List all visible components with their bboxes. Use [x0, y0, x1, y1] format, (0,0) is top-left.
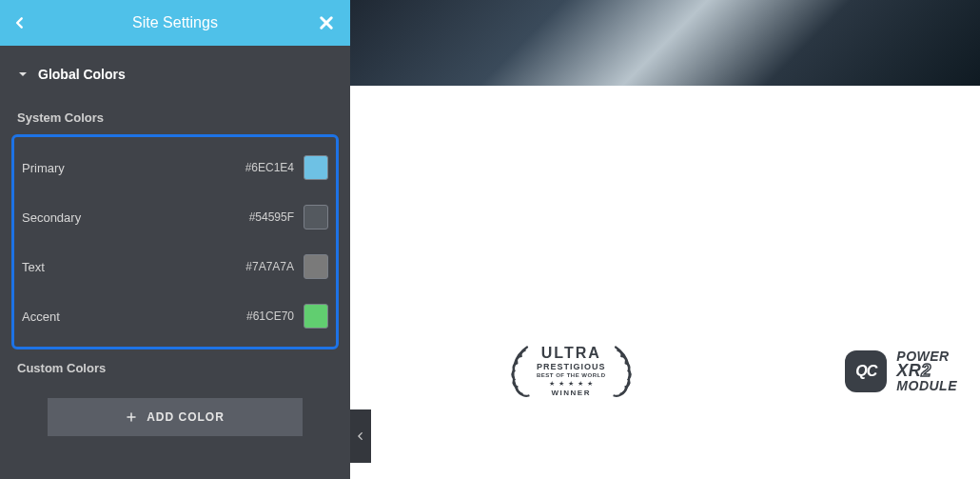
settings-sidebar: Site Settings Global Colors System Color…: [0, 0, 350, 479]
color-hex: #7A7A7A: [245, 260, 294, 273]
add-color-label: ADD COLOR: [147, 410, 225, 424]
color-name: Secondary: [22, 210, 81, 225]
plus-icon: [126, 411, 137, 423]
laurel-left-icon: [502, 343, 535, 400]
svg-marker-2: [19, 72, 27, 76]
badge1-line3: BEST OF THE WORLD: [537, 372, 606, 378]
add-color-button[interactable]: ADD COLOR: [48, 398, 303, 436]
badge1-stars: ★ ★ ★ ★ ★: [537, 380, 606, 387]
close-button[interactable]: [318, 14, 337, 31]
badge1-line1: ULTRA: [537, 346, 606, 362]
section-title: Global Colors: [38, 67, 126, 82]
color-name: Text: [22, 260, 45, 274]
badge2-line3: MODULE: [896, 380, 957, 392]
laurel-right-icon: [608, 343, 640, 400]
section-toggle-global-colors[interactable]: Global Colors: [10, 46, 341, 99]
panel-title: Site Settings: [32, 14, 318, 31]
badges-row: ULTRA PRESTIGIOUS BEST OF THE WORLD ★ ★ …: [350, 343, 980, 400]
color-row-primary: Primary #6EC1E4: [22, 143, 328, 192]
system-colors-title: System Colors: [10, 99, 341, 134]
color-swatch-secondary[interactable]: [304, 205, 328, 230]
color-swatch-accent[interactable]: [304, 304, 328, 329]
collapse-panel-button[interactable]: [350, 409, 371, 463]
award-badge: ULTRA PRESTIGIOUS BEST OF THE WORLD ★ ★ …: [502, 343, 640, 400]
editor-canvas: ULTRA PRESTIGIOUS BEST OF THE WORLD ★ ★ …: [350, 0, 980, 479]
chevron-left-icon: [356, 429, 365, 443]
color-hex: #54595F: [249, 210, 294, 224]
color-row-text: Text #7A7A7A: [22, 242, 328, 291]
color-name: Primary: [22, 161, 65, 175]
back-button[interactable]: [13, 14, 32, 31]
color-hex: #61CE70: [246, 309, 294, 323]
color-row-accent: Accent #61CE70: [22, 291, 328, 341]
global-colors-section: Global Colors System Colors Primary #6EC…: [0, 46, 350, 436]
hero-image: [350, 0, 980, 86]
qc-logo: QC: [845, 350, 887, 392]
caret-down-icon: [17, 69, 29, 80]
badge1-line2: PRESTIGIOUS: [537, 363, 606, 371]
product-badge: QC POWER XR2 MODULE: [845, 350, 957, 392]
badge1-line4: WINNER: [537, 389, 606, 397]
color-name: Accent: [22, 309, 60, 324]
color-swatch-primary[interactable]: [304, 155, 328, 180]
sidebar-header: Site Settings: [0, 0, 350, 46]
color-row-secondary: Secondary #54595F: [22, 192, 328, 242]
system-colors-box: Primary #6EC1E4 Secondary #54595F Text #…: [11, 134, 339, 349]
custom-colors-title: Custom Colors: [10, 349, 341, 385]
color-swatch-text[interactable]: [304, 254, 328, 279]
chevron-left-icon: [13, 14, 27, 31]
close-icon: [318, 14, 335, 31]
color-hex: #6EC1E4: [245, 161, 294, 174]
